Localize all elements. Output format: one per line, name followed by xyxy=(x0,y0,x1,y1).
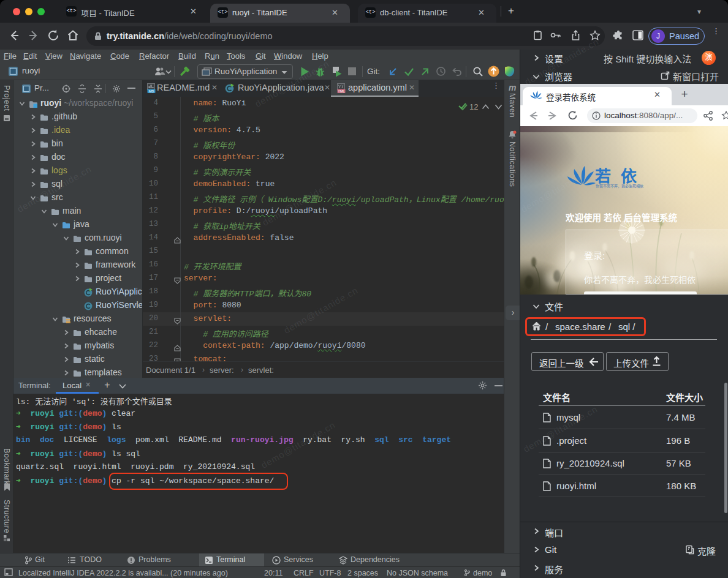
svg-text:MD: MD xyxy=(149,89,154,93)
svg-text:YML: YML xyxy=(338,89,344,93)
